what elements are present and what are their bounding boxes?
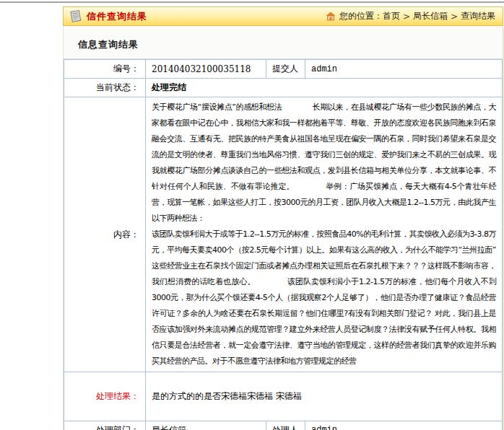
result-table: 编号： 201404032100035118 提交人 admin 当前状态： 处… bbox=[64, 59, 503, 430]
breadcrumb-item-home[interactable]: 首页 bbox=[383, 10, 400, 22]
section-title-bar: 信息查询结果 bbox=[64, 26, 503, 59]
table-row-content: 内容： 关于樱花广场“摆设摊点”的感想和想法 长期以来，在县城樱花广场有一些少数… bbox=[64, 97, 503, 372]
header-left: 信件查询结果 bbox=[69, 9, 147, 23]
content-paragraph-2: 该团队卖馍利润大于或等于1.2--1.5万元的标准，按照食品40%的毛利计算，其… bbox=[152, 227, 496, 369]
submitter-value: admin bbox=[305, 60, 503, 79]
content-value: 关于樱花广场“摆设摊点”的感想和想法 长期以来，在县城樱花广场有一些少数民族的摊… bbox=[146, 97, 503, 372]
breadcrumb-prefix: 您的位置： bbox=[339, 10, 383, 22]
department-label: 处理部门： bbox=[64, 421, 146, 430]
content-panel: 信息查询结果 编号： 201404032100035118 提交人 admin … bbox=[63, 26, 503, 430]
table-row-number: 编号： 201404032100035118 提交人 admin bbox=[64, 60, 503, 79]
status-value: 处理完结 bbox=[146, 79, 503, 97]
breadcrumb: 您的位置： 首页 > 局长信箱 > 查询结果 bbox=[326, 10, 495, 22]
table-row-result: 处理结果： 是的方式的的是否宋德福宋德福 宋德福 bbox=[64, 372, 503, 421]
number-label: 编号： bbox=[64, 60, 146, 79]
section-title: 信息查询结果 bbox=[78, 39, 139, 50]
letter-icon bbox=[69, 9, 82, 23]
number-value: 201404032100035118 bbox=[146, 60, 266, 79]
home-icon bbox=[326, 12, 336, 21]
submitter-label: 提交人 bbox=[266, 60, 305, 79]
status-label: 当前状态： bbox=[64, 79, 146, 97]
header-bar: 信件查询结果 您的位置： 首页 > 局长信箱 > 查询结果 bbox=[63, 6, 503, 26]
main-column: 信件查询结果 您的位置： 首页 > 局长信箱 > 查询结果 bbox=[63, 6, 503, 430]
page-title: 信件查询结果 bbox=[87, 10, 147, 23]
result-label: 处理结果： bbox=[64, 372, 146, 421]
breadcrumb-item-mailbox[interactable]: 局长信箱 bbox=[413, 10, 448, 22]
handler-label: 处理人 bbox=[266, 421, 305, 430]
handler-value: admin bbox=[305, 421, 503, 430]
content-label: 内容： bbox=[64, 97, 146, 372]
page: 信件查询结果 您的位置： 首页 > 局长信箱 > 查询结果 bbox=[0, 0, 504, 430]
breadcrumb-separator: > bbox=[403, 12, 410, 22]
table-row-department: 处理部门： 局长信箱 处理人 admin bbox=[64, 421, 503, 430]
department-value: 局长信箱 bbox=[146, 421, 266, 430]
breadcrumb-item-result[interactable]: 查询结果 bbox=[461, 10, 495, 22]
breadcrumb-separator: > bbox=[451, 12, 458, 22]
content-paragraph-1: 关于樱花广场“摆设摊点”的感想和想法 长期以来，在县城樱花广场有一些少数民族的摊… bbox=[152, 100, 496, 227]
table-row-status: 当前状态： 处理完结 bbox=[64, 79, 503, 97]
result-value: 是的方式的的是否宋德福宋德福 宋德福 bbox=[146, 372, 503, 421]
top-border-line bbox=[0, 1, 504, 3]
